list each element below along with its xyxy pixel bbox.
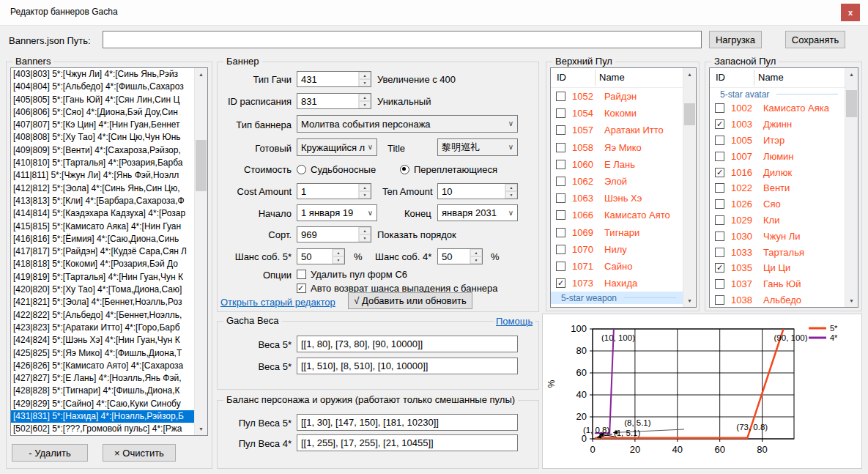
banner-list-item[interactable]: [502|602] 5*:[???,Громовой пульс] 4*:[Рж… [11, 423, 195, 435]
reserve-pool-list[interactable]: ID Name 5-star avatar1002Камисато Аяка✓1… [709, 67, 858, 308]
chance5-input[interactable]: 50 ▲▼ [297, 248, 345, 264]
sort-input[interactable]: 969 ▲▼ [297, 226, 371, 242]
banner-list-item[interactable]: [403|803] 5*:[Чжун Ли] 4*:[Синь Янь,Рэйз [11, 68, 195, 81]
save-button[interactable]: Сохранять [785, 31, 845, 48]
unchecked-checkbox[interactable] [556, 108, 565, 118]
pool-row[interactable]: 1030Чжун Ли [710, 228, 845, 244]
checked-checkbox[interactable]: ✓ [715, 263, 724, 273]
pool-row[interactable]: 1069Тигнари [551, 224, 683, 241]
gacha-type-input[interactable]: 431 ▲▼ [297, 71, 371, 87]
chance4-spinner[interactable]: ▲▼ [470, 249, 482, 264]
pool-row[interactable]: 1071Сайно [551, 258, 683, 275]
banner-list-item[interactable]: [426|826] 5*:[Камисато Аято] 4*:[Сахароз… [11, 360, 195, 372]
unchecked-checkbox[interactable] [556, 210, 565, 220]
add-update-button[interactable]: √ Добавить или обновить [348, 292, 472, 309]
pool-row[interactable]: 1033Тарталья [710, 244, 845, 260]
spinner-down-icon[interactable]: ▼ [359, 234, 371, 242]
unchecked-checkbox[interactable] [556, 160, 565, 169]
pool-row[interactable]: 1066Камисато Аято [551, 207, 683, 223]
scroll-down-icon[interactable]: ▼ [683, 295, 696, 307]
schedule-id-spinner[interactable]: ▲▼ [358, 94, 371, 108]
fate-radio[interactable] [297, 165, 306, 174]
banner-list-item[interactable]: [427|827] 5*:[Е Лань] 4*:[Ноэлль,Янь Фэй… [11, 372, 195, 385]
banner-list-item[interactable]: [415|815] 5*:[Камисато Аяка] 4*:[Нин Гуа… [11, 221, 195, 233]
intertwined-radio[interactable] [400, 165, 409, 174]
unchecked-checkbox[interactable] [715, 232, 724, 241]
weights5-input[interactable]: [[1, 80], [73, 80], [90, 10000]] [297, 336, 518, 352]
load-button[interactable]: Нагрузка [709, 31, 762, 48]
pool-row[interactable]: 1054Кокоми [551, 105, 683, 122]
spinner-up-icon[interactable]: ▲ [359, 72, 371, 79]
unchecked-checkbox[interactable] [556, 125, 565, 135]
unchecked-checkbox[interactable] [715, 279, 724, 289]
unchecked-checkbox[interactable] [556, 92, 565, 101]
banner-list-item[interactable]: [418|818] 5*:[Кокоми] 4*:[Розария,Бэй До [11, 258, 195, 270]
spinner-down-icon[interactable]: ▼ [333, 256, 344, 264]
unchecked-checkbox[interactable] [715, 152, 724, 161]
pool-row[interactable]: 11501Меч Сокола [551, 304, 683, 307]
scroll-up-icon[interactable]: ▲ [845, 68, 858, 81]
begin-date-picker[interactable]: 1 января 19 ∨ [297, 204, 377, 221]
unchecked-checkbox[interactable] [715, 136, 724, 145]
pool4-input[interactable]: [[1, 255], [17, 255], [21, 10455]] [297, 434, 518, 451]
unchecked-checkbox[interactable] [556, 177, 565, 186]
unchecked-checkbox[interactable] [556, 143, 565, 152]
banner-list-item[interactable]: [421|821] 5*:[Эола] 4*:[Беннет,Ноэлль,Ро… [11, 296, 195, 308]
spinner-up-icon[interactable]: ▲ [359, 184, 371, 191]
scroll-up-icon[interactable]: ▲ [195, 68, 207, 81]
pool5-input[interactable]: [[1, 30], [147, 150], [181, 10230]] [297, 414, 518, 431]
banner-list-item[interactable]: [409|809] 5*:[Венти] 4*:[Сахароза,Рэйзор… [11, 144, 195, 157]
banner-list-item[interactable]: [414|814] 5*:[Каэдэхара Кадзуха] 4*:[Роз… [11, 207, 195, 220]
unchecked-checkbox[interactable] [556, 193, 565, 203]
help-link[interactable]: Помощь [494, 316, 535, 327]
spinner-down-icon[interactable]: ▼ [359, 191, 371, 199]
banner-type-select[interactable]: Молитва события персонажа ∨ [297, 115, 518, 133]
path-input[interactable] [103, 31, 702, 48]
banner-list-item[interactable]: [417|817] 5*:[Райдэн] 4*:[Кудзё Сара,Сян… [11, 245, 195, 258]
chance4-input[interactable]: 50 ▲▼ [437, 248, 483, 264]
upper-pool-list[interactable]: ID Name 1052Райдэн1054Кокоми1057Аратаки … [550, 67, 697, 308]
pool-row[interactable]: 1007Люмин [710, 148, 845, 164]
banner-list-item[interactable]: [406|806] 5*:[Сяо] 4*:[Диона,Бэй Доу,Син [11, 106, 195, 119]
name-column-header[interactable]: Name [599, 72, 625, 83]
banner-list-item[interactable]: [411|811] 5*:[Чжун Ли] 4*:[Янь Фэй,Ноэлл [11, 169, 195, 182]
cost-amount-spinner[interactable]: ▲▼ [358, 184, 371, 199]
old-editor-link[interactable]: Открыть старый редактор [220, 297, 335, 308]
ten-amount-input[interactable]: 10 ▲▼ [437, 183, 518, 199]
gacha-type-spinner[interactable]: ▲▼ [358, 72, 371, 86]
scroll-thumb[interactable] [684, 103, 695, 125]
pool-row[interactable]: 1022Венти [710, 180, 845, 196]
banner-list-item[interactable]: [405|805] 5*:[Гань Юй] 4*:[Сян Лин,Син Ц [11, 94, 195, 106]
cost-amount-input[interactable]: 1 ▲▼ [297, 183, 371, 199]
banner-list-item[interactable]: [407|807] 5*:[Кэ Цин] 4*:[Нин Гуан,Бенне… [11, 119, 195, 131]
ten-amount-spinner[interactable]: ▲▼ [505, 184, 517, 199]
banner-list-item[interactable]: [422|822] 5*:[Альбедо] 4*:[Беннет,Ноэлль… [11, 309, 195, 322]
scroll-down-icon[interactable]: ▼ [195, 423, 207, 435]
pool-row[interactable]: 1057Аратаки Итто [551, 122, 683, 138]
banner-list-item[interactable]: [420|820] 5*:[Ху Тао] 4*:[Тома,Диона,Саю… [11, 284, 195, 296]
banner-list-item[interactable]: [413|813] 5*:[Кли] 4*:[Барбара,Сахароза,… [11, 195, 195, 207]
checked-checkbox[interactable]: ✓ [556, 278, 565, 288]
reserve-pool-scrollbar[interactable]: ▲ ▼ [845, 68, 858, 307]
pool-row[interactable]: ✓1003Джинн [710, 116, 845, 133]
banner-list-item[interactable]: [423|823] 5*:[Аратаки Итто] 4*:[Горо,Бар… [11, 322, 195, 334]
title-select[interactable]: 黎明巡礼 ∨ [437, 138, 518, 156]
unchecked-checkbox[interactable] [715, 215, 724, 225]
pool-row[interactable]: 1060Е Лань [551, 156, 683, 173]
unchecked-checkbox[interactable] [556, 245, 565, 254]
banner-list-item[interactable]: [424|824] 5*:[Шэнь Хэ] 4*:[Нин Гуан,Чун … [11, 334, 195, 347]
banner-list-item[interactable]: [425|825] 5*:[Яэ Мико] 4*:[Фишль,Диона,Т [11, 347, 195, 360]
chance5-spinner[interactable]: ▲▼ [332, 249, 344, 264]
unchecked-checkbox[interactable] [715, 183, 724, 193]
checked-checkbox[interactable]: ✓ [715, 168, 724, 177]
unchecked-checkbox[interactable] [556, 262, 565, 271]
pool-row[interactable]: 1037Гань Юй [710, 276, 845, 292]
spinner-up-icon[interactable]: ▲ [359, 94, 371, 101]
pool-row[interactable]: 1005Итэр [710, 133, 845, 149]
pool-row[interactable]: ✓1016Дилюк [710, 164, 845, 180]
pool-row[interactable]: ✓1035Ци Ци [710, 260, 845, 276]
spinner-up-icon[interactable]: ▲ [333, 249, 344, 256]
banner-list-item[interactable]: [412|812] 5*:[Эола] 4*:[Синь Янь,Син Цю, [11, 182, 195, 195]
unchecked-checkbox[interactable] [556, 228, 565, 237]
scroll-down-icon[interactable]: ▼ [845, 295, 858, 307]
